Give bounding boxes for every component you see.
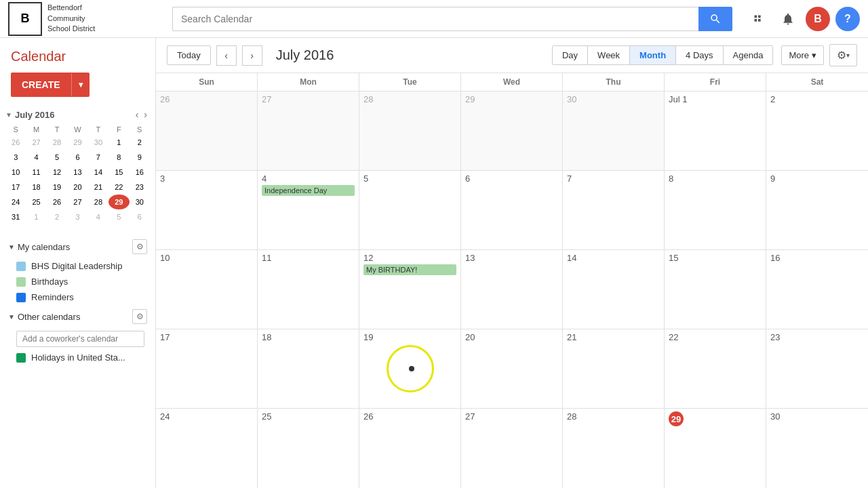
prev-month-button[interactable]: ‹ <box>216 45 237 66</box>
calendar-day[interactable]: 6 <box>461 171 563 249</box>
mini-cal-day[interactable]: 1 <box>108 135 129 150</box>
mini-cal-day[interactable]: 27 <box>67 195 87 209</box>
mini-cal-day[interactable]: 30 <box>88 135 108 150</box>
mini-cal-prev[interactable]: ‹ <box>133 108 142 121</box>
mini-cal-day[interactable]: 25 <box>26 195 46 209</box>
calendar-day[interactable]: 2 <box>766 92 868 170</box>
my-calendar-item[interactable]: BHS Digital Leadership <box>0 258 155 274</box>
mini-cal-day[interactable]: 29 <box>108 195 129 209</box>
mini-cal-day[interactable]: 5 <box>47 150 67 165</box>
mini-cal-day[interactable]: 31 <box>5 209 26 224</box>
mini-cal-day[interactable]: 1 <box>26 209 46 224</box>
mini-cal-day[interactable]: 4 <box>26 150 46 165</box>
calendar-day[interactable]: 18 <box>258 329 359 408</box>
mini-cal-day[interactable]: 12 <box>47 165 67 180</box>
mini-cal-day[interactable]: 10 <box>5 165 26 180</box>
mini-cal-day[interactable]: 2 <box>47 209 67 224</box>
calendar-day[interactable]: 28 <box>359 92 461 170</box>
view-button-week[interactable]: Week <box>588 46 630 64</box>
mini-cal-day[interactable]: 26 <box>5 135 26 150</box>
mini-cal-day[interactable]: 8 <box>108 150 129 165</box>
mini-cal-collapse-icon[interactable]: ▼ <box>5 111 12 119</box>
calendar-day[interactable]: 19 <box>359 329 461 408</box>
calendar-day[interactable]: 23 <box>766 329 868 408</box>
mini-cal-day[interactable]: 7 <box>88 150 108 165</box>
calendar-day[interactable]: 10 <box>156 250 258 329</box>
mini-cal-day[interactable]: 22 <box>108 180 129 195</box>
my-calendars-header[interactable]: ▼ My calendars ⚙ <box>0 235 155 258</box>
calendar-day[interactable]: 3 <box>156 171 258 249</box>
mini-cal-day[interactable]: 30 <box>130 195 150 209</box>
mini-cal-day[interactable]: 28 <box>88 195 108 209</box>
calendar-day[interactable]: 5 <box>359 171 461 249</box>
mini-cal-day[interactable]: 23 <box>130 180 150 195</box>
create-button[interactable]: CREATE ▾ <box>11 73 90 97</box>
calendar-day[interactable]: 7 <box>563 171 665 249</box>
today-button[interactable]: Today <box>167 45 211 65</box>
calendar-day[interactable]: 26 <box>359 409 461 488</box>
calendar-day[interactable]: 26 <box>156 92 258 170</box>
calendar-day[interactable]: 9 <box>766 171 868 249</box>
calendar-day[interactable]: 22 <box>665 329 766 408</box>
mini-cal-day[interactable]: 6 <box>67 150 87 165</box>
mini-cal-day[interactable]: 27 <box>26 135 46 150</box>
mini-cal-day[interactable]: 14 <box>88 165 108 180</box>
calendar-day[interactable]: 24 <box>156 409 258 488</box>
view-button-month[interactable]: Month <box>630 46 676 64</box>
calendar-day[interactable]: 8 <box>665 171 766 249</box>
mini-cal-day[interactable]: 26 <box>47 195 67 209</box>
calendar-day[interactable]: 30 <box>766 409 868 488</box>
mini-cal-day[interactable]: 21 <box>88 180 108 195</box>
other-calendar-item[interactable]: Holidays in United Sta... <box>0 350 155 365</box>
my-calendar-item[interactable]: Reminders <box>0 289 155 305</box>
mini-cal-day[interactable]: 2 <box>130 135 150 150</box>
mini-cal-day[interactable]: 20 <box>67 180 87 195</box>
create-dropdown-arrow[interactable]: ▾ <box>71 73 90 96</box>
calendar-day[interactable]: 27 <box>258 92 359 170</box>
calendar-event[interactable]: My BIRTHDAY! <box>363 264 456 275</box>
mini-cal-day[interactable]: 28 <box>47 135 67 150</box>
search-button[interactable] <box>698 7 732 31</box>
mini-cal-day[interactable]: 13 <box>67 165 87 180</box>
apps-icon[interactable] <box>746 7 770 31</box>
view-button-agenda[interactable]: Agenda <box>724 46 773 64</box>
mini-cal-day[interactable]: 16 <box>130 165 150 180</box>
mini-cal-day[interactable]: 11 <box>26 165 46 180</box>
my-calendar-item[interactable]: Birthdays <box>0 274 155 289</box>
calendar-day[interactable]: 20 <box>461 329 563 408</box>
mini-cal-day[interactable]: 3 <box>67 209 87 224</box>
calendar-day[interactable]: 28 <box>563 409 665 488</box>
mini-cal-day[interactable]: 5 <box>108 209 129 224</box>
coworker-calendar-input[interactable] <box>16 331 144 347</box>
calendar-day[interactable]: 15 <box>665 250 766 329</box>
calendar-day[interactable]: 25 <box>258 409 359 488</box>
other-calendars-settings-icon[interactable]: ⚙ <box>132 309 147 324</box>
calendar-day[interactable]: 12My BIRTHDAY! <box>359 250 461 329</box>
calendar-event[interactable]: Independence Day <box>262 185 355 196</box>
mini-cal-day[interactable]: 18 <box>26 180 46 195</box>
calendar-day[interactable]: 13 <box>461 250 563 329</box>
calendar-day[interactable]: 17 <box>156 329 258 408</box>
help-button[interactable]: ? <box>835 7 860 31</box>
view-button-4-days[interactable]: 4 Days <box>676 46 723 64</box>
calendar-day[interactable]: Jul 1 <box>665 92 766 170</box>
mini-cal-day[interactable]: 15 <box>108 165 129 180</box>
notifications-button[interactable] <box>776 7 800 31</box>
mini-cal-day[interactable]: 6 <box>130 209 150 224</box>
calendar-day[interactable]: 21 <box>563 329 665 408</box>
more-button[interactable]: More ▾ <box>781 45 824 65</box>
next-month-button[interactable]: › <box>242 45 262 66</box>
calendar-day[interactable]: 11 <box>258 250 359 329</box>
other-calendars-header[interactable]: ▼ Other calendars ⚙ <box>0 305 155 328</box>
calendar-day[interactable]: 29 <box>665 409 766 488</box>
settings-button[interactable]: ⚙ ▾ <box>829 44 857 66</box>
mini-cal-next[interactable]: › <box>141 108 150 121</box>
calendar-day[interactable]: 14 <box>563 250 665 329</box>
my-calendars-settings-icon[interactable]: ⚙ <box>132 239 147 254</box>
calendar-day[interactable]: 16 <box>766 250 868 329</box>
mini-cal-day[interactable]: 19 <box>47 180 67 195</box>
calendar-day[interactable]: 29 <box>461 92 563 170</box>
mini-cal-day[interactable]: 24 <box>5 195 26 209</box>
view-button-day[interactable]: Day <box>553 46 588 64</box>
calendar-day[interactable]: 30 <box>563 92 665 170</box>
